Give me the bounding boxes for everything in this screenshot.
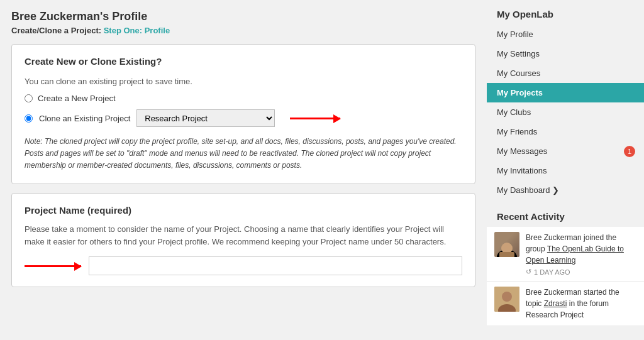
sidebar-item-my-invitations[interactable]: My Invitations — [487, 161, 644, 180]
avatar-2 — [494, 287, 519, 312]
input-arrow-indicator — [25, 265, 81, 267]
activity-item-1: Bree Zuckerman joined the group The Open… — [487, 227, 644, 282]
radio-new-project[interactable]: Create a New Project — [25, 94, 462, 103]
activity-text-content-1: Bree Zuckerman joined the group The Open… — [526, 232, 636, 266]
sidebar-item-label: My Dashboard ❯ — [497, 185, 559, 195]
sidebar-item-my-courses[interactable]: My Courses — [487, 63, 644, 83]
sidebar-item-label: My Invitations — [497, 166, 547, 175]
project-name-title: Project Name (required) — [25, 205, 462, 216]
activity-text-1: Bree Zuckerman joined the group The Open… — [526, 232, 636, 276]
breadcrumb-label: Create/Clone a Project: — [11, 26, 101, 35]
sidebar-item-label: My Clubs — [497, 107, 531, 117]
activity-text-2: Bree Zuckerman started the topic Zdrasti… — [526, 287, 636, 321]
main-content: Bree Zuckerman's Profile Create/Clone a … — [0, 0, 487, 340]
avatar-svg-1 — [494, 239, 519, 257]
activity-link-2[interactable]: Zdrasti — [544, 299, 567, 308]
clone-select-wrapper: Research Project Another Project — [136, 109, 340, 127]
sidebar-item-label: My Profile — [497, 30, 533, 39]
project-name-card: Project Name (required) Please take a mo… — [11, 193, 475, 288]
sidebar-section-title: My OpenLab — [487, 9, 644, 25]
sidebar-item-my-clubs[interactable]: My Clubs — [487, 102, 644, 122]
recent-activity-title: Recent Activity — [487, 211, 644, 227]
breadcrumb: Create/Clone a Project: Step One: Profil… — [11, 26, 475, 35]
svg-point-4 — [502, 292, 512, 302]
page-title: Bree Zuckerman's Profile — [11, 10, 475, 23]
sidebar-item-my-messages[interactable]: My Messages 1 — [487, 141, 644, 161]
sidebar-item-my-friends[interactable]: My Friends — [487, 122, 644, 141]
radio-new-label: Create a New Project — [38, 94, 116, 103]
avatar-1 — [494, 232, 519, 257]
radio-clone-input[interactable] — [25, 114, 33, 123]
clone-card-subtitle: You can clone an existing project to sav… — [25, 77, 462, 86]
recent-activity: Bree Zuckerman joined the group The Open… — [487, 227, 644, 326]
clone-card: Create New or Clone Existing? You can cl… — [11, 44, 475, 184]
activity-item-2: Bree Zuckerman started the topic Zdrasti… — [487, 282, 644, 326]
sidebar-item-my-settings[interactable]: My Settings — [487, 44, 644, 63]
dropdown-arrow-indicator — [290, 118, 340, 119]
breadcrumb-step[interactable]: Step One: Profile — [104, 26, 170, 35]
activity-text-content-2: Bree Zuckerman started the topic Zdrasti… — [526, 287, 636, 321]
svg-rect-2 — [499, 252, 514, 257]
sidebar-item-my-dashboard[interactable]: My Dashboard ❯ — [487, 180, 644, 200]
project-name-desc: Please take a moment to consider the nam… — [25, 223, 462, 250]
sidebar-item-label: My Friends — [497, 127, 537, 136]
radio-new-input[interactable] — [25, 94, 33, 102]
sidebar-nav: My Profile My Settings My Courses My Pro… — [487, 25, 644, 200]
undo-icon-1: ↺ — [526, 268, 531, 276]
activity-time-1: ↺ 1 DAY AGO — [526, 268, 636, 276]
project-name-input[interactable] — [89, 256, 462, 275]
clone-note: Note: The cloned project will copy the p… — [25, 136, 462, 172]
messages-badge: 1 — [624, 146, 635, 157]
sidebar-item-label: My Courses — [497, 69, 540, 78]
project-name-input-wrapper — [25, 256, 462, 275]
radio-clone-label: Clone an Existing Project — [39, 114, 130, 123]
avatar-svg-2 — [494, 287, 519, 312]
sidebar-item-label: My Projects — [497, 88, 543, 97]
sidebar-item-my-profile[interactable]: My Profile — [487, 25, 644, 44]
avatar-image-2 — [494, 287, 519, 312]
project-dropdown[interactable]: Research Project Another Project — [136, 109, 275, 127]
radio-group: Create a New Project Clone an Existing P… — [25, 94, 462, 127]
sidebar: My OpenLab My Profile My Settings My Cou… — [487, 0, 644, 340]
sidebar-item-label: My Messages — [497, 146, 547, 156]
avatar-image-1 — [494, 232, 519, 257]
radio-clone-project-row: Clone an Existing Project Research Proje… — [25, 109, 462, 127]
clone-card-title: Create New or Clone Existing? — [25, 56, 462, 70]
sidebar-item-my-projects[interactable]: My Projects — [487, 83, 644, 102]
sidebar-item-label: My Settings — [497, 49, 540, 58]
activity-time-label-1: 1 DAY AGO — [534, 268, 570, 276]
